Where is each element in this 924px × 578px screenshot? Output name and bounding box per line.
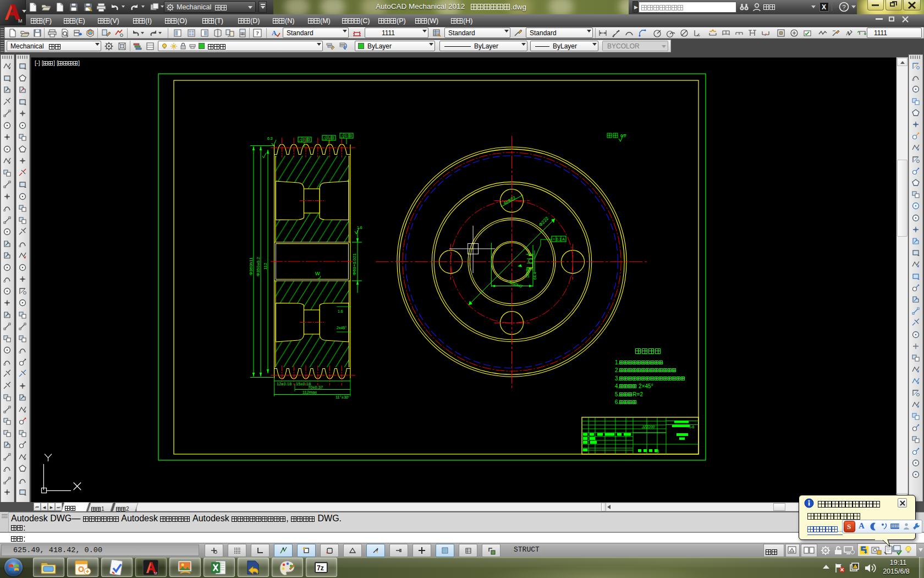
svg-text:Φ360h11: Φ360h11 <box>249 257 254 275</box>
svg-text:7z: 7z <box>317 564 324 572</box>
svg-text:A: A <box>846 30 850 36</box>
svg-text:Φ60+0.021: Φ60+0.021 <box>352 253 357 275</box>
svg-text:1.6: 1.6 <box>338 309 343 313</box>
svg-text:70±0.37: 70±0.37 <box>308 385 323 390</box>
svg-text:12±0.18: 12±0.18 <box>277 381 292 386</box>
svg-text:?: ? <box>842 4 845 10</box>
svg-text:6.3: 6.3 <box>267 137 273 140</box>
svg-text:A: A <box>272 29 277 37</box>
svg-text:11°±30′: 11°±30′ <box>336 395 349 400</box>
svg-text:!: ! <box>855 565 856 569</box>
svg-text:0-6: 0-6 <box>689 425 695 429</box>
svg-text:4xΦ22: 4xΦ22 <box>503 195 517 205</box>
svg-text:M: M <box>154 571 157 575</box>
svg-text:△ 0.03: △ 0.03 <box>341 134 352 138</box>
svg-text:112max: 112max <box>302 390 317 395</box>
svg-text:W: W <box>315 271 320 276</box>
svg-text:64.4: 64.4 <box>533 272 537 280</box>
svg-text:18JS9: 18JS9 <box>526 267 530 278</box>
svg-text:1.6: 1.6 <box>357 226 362 230</box>
svg-text:Φ350±0.2: Φ350±0.2 <box>256 257 261 276</box>
svg-text:M: M <box>18 18 23 23</box>
svg-text:O: O <box>78 565 84 574</box>
svg-text:?: ? <box>256 30 259 36</box>
svg-text:△ 0.03: △ 0.03 <box>299 138 310 141</box>
svg-text:Φ60H7: Φ60H7 <box>508 280 524 289</box>
svg-text:6.3: 6.3 <box>620 134 626 138</box>
svg-text:△ 0.03: △ 0.03 <box>323 136 334 140</box>
svg-text:JZZ200: JZZ200 <box>641 425 655 429</box>
svg-text:2x45°: 2x45° <box>337 326 346 330</box>
svg-text:112: 112 <box>263 263 268 270</box>
svg-text:= 0.1 A: = 0.1 A <box>553 237 565 241</box>
